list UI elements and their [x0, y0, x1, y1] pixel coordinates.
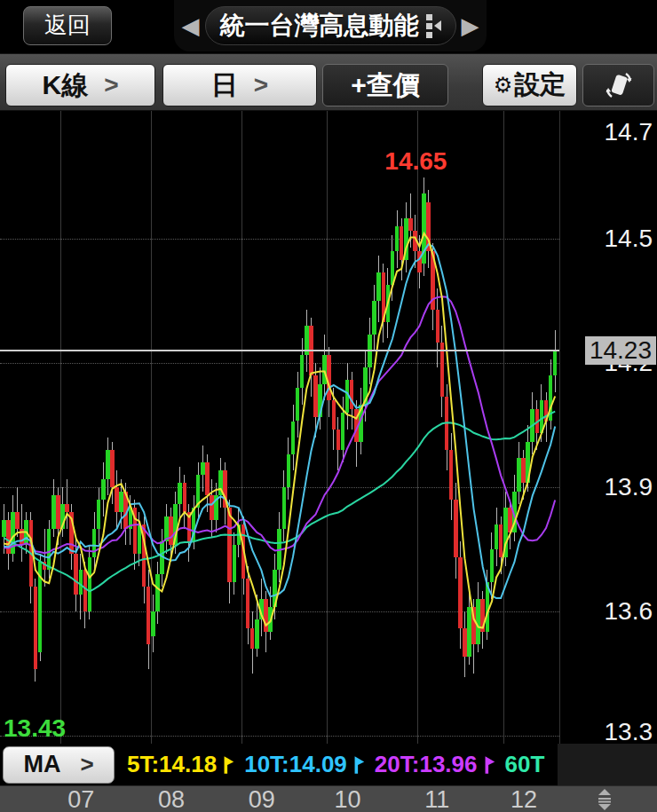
next-symbol-icon[interactable]: ▶	[462, 14, 479, 37]
ma-item-label: 20T:13.96	[375, 751, 478, 778]
symbol-switcher: ◀ 統一台灣高息動能 ▶	[174, 0, 487, 51]
ma-bar-filler	[558, 744, 657, 785]
rotate-phone-icon	[604, 70, 634, 100]
ma-button[interactable]: MA >	[3, 746, 115, 784]
chart-type-button[interactable]: K線 >	[5, 64, 155, 106]
y-tick-label: 14.7	[605, 118, 653, 146]
ma-item[interactable]: 10T:14.09	[244, 751, 369, 778]
time-axis: 07 08 09 10 11 12	[0, 785, 657, 812]
chevron-right-icon: >	[254, 71, 268, 99]
ma-item-label: 10T:14.09	[244, 751, 347, 778]
unfold-arrows-icon	[591, 789, 618, 810]
period-button[interactable]: 日 >	[162, 64, 317, 106]
symbol-list-icon	[426, 14, 441, 38]
toolbar: K線 > 日 > +查價 ⚙ 設定	[0, 53, 657, 111]
ma-item[interactable]: 20T:13.96	[375, 751, 500, 778]
y-tick-label: 13.9	[605, 473, 653, 501]
low-price-marker: 13.43	[4, 714, 66, 743]
month-label: 09	[249, 786, 275, 812]
month-label: 12	[511, 786, 537, 812]
y-tick-label: 13.3	[605, 718, 653, 746]
month-label: 10	[334, 786, 360, 812]
ma-line-5t	[4, 233, 555, 628]
ma-item[interactable]: 60T	[505, 751, 545, 778]
check-price-button[interactable]: +查價	[322, 64, 448, 106]
ma-line-20t	[4, 296, 555, 553]
high-price-marker: 14.65	[384, 147, 447, 176]
settings-button[interactable]: ⚙ 設定	[482, 64, 577, 106]
settings-label: 設定	[514, 67, 566, 103]
flag-up-icon	[352, 753, 366, 777]
ma-line-10t	[4, 244, 555, 598]
current-price-badge: 14.23	[585, 336, 656, 365]
y-tick-label: 13.6	[605, 597, 653, 626]
current-price-line	[0, 350, 559, 351]
month-label: 11	[424, 786, 449, 812]
flag-up-icon	[482, 753, 496, 777]
ma-button-label: MA	[23, 751, 60, 778]
rotate-screen-button[interactable]	[582, 64, 654, 106]
ma-legend-bar: MA > 5T:14.18 10T:14.09 20T:13.96 60T	[0, 744, 558, 785]
page-title: 統一台灣高息動能	[220, 9, 419, 43]
ma-item-label: 60T	[505, 751, 545, 778]
symbol-title-button[interactable]: 統一台灣高息動能	[205, 6, 456, 45]
flag-up-icon	[221, 753, 235, 777]
prev-symbol-icon[interactable]: ◀	[182, 14, 200, 37]
y-tick-label: 14.5	[605, 225, 653, 253]
ma-flag-shape	[225, 756, 234, 774]
chart-type-label: K線	[42, 67, 88, 104]
ma-item[interactable]: 5T:14.18	[127, 751, 239, 778]
ma-flag-shape	[354, 756, 364, 774]
price-axis: 14.7 14.5 14.2 13.9 13.6 13.3 14.23	[559, 111, 657, 744]
chevron-right-icon: >	[104, 71, 118, 99]
ma-flag-shape	[485, 756, 495, 774]
month-label: 08	[158, 786, 185, 812]
gear-icon: ⚙	[494, 73, 513, 98]
ma-lines	[0, 111, 559, 744]
header: 返回 ◀ 統一台灣高息動能 ▶	[0, 0, 657, 53]
month-label: 07	[67, 786, 94, 812]
check-price-label: +查價	[351, 67, 420, 104]
period-label: 日	[211, 67, 238, 104]
zoom-scroll-handle[interactable]	[591, 789, 618, 812]
back-button[interactable]: 返回	[23, 6, 112, 45]
ma-item-label: 5T:14.18	[127, 751, 217, 778]
chevron-right-icon: >	[80, 751, 93, 778]
trading-app: 返回 ◀ 統一台灣高息動能 ▶ K線 > 日 > +查價 ⚙ 設定	[0, 0, 657, 812]
plot-area[interactable]: 14.6513.43	[0, 111, 559, 744]
